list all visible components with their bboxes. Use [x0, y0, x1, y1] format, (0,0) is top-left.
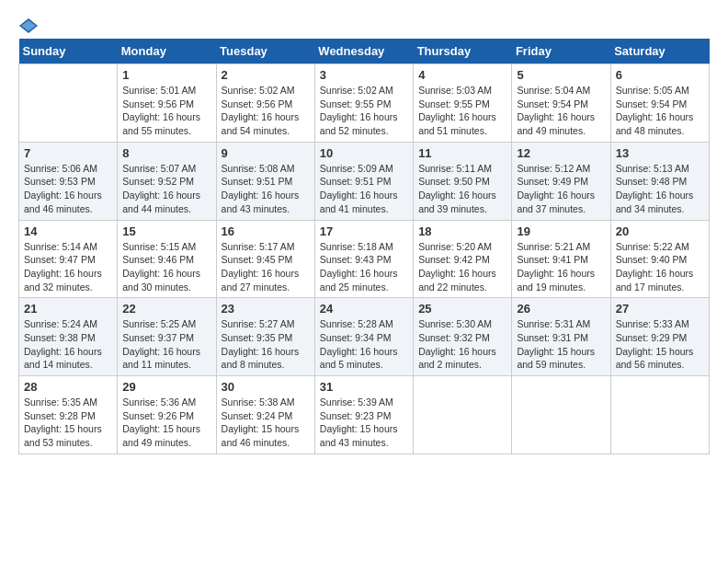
day-info: Sunrise: 5:25 AMSunset: 9:37 PMDaylight:… — [122, 317, 210, 372]
day-cell: 16Sunrise: 5:17 AMSunset: 9:45 PMDayligh… — [216, 220, 314, 298]
day-info: Sunrise: 5:24 AMSunset: 9:38 PMDaylight:… — [24, 317, 112, 372]
day-info: Sunrise: 5:21 AMSunset: 9:41 PMDaylight:… — [517, 240, 605, 294]
day-number: 31 — [320, 380, 408, 394]
calendar-table: SundayMondayTuesdayWednesdayThursdayFrid… — [18, 39, 710, 454]
day-cell: 23Sunrise: 5:27 AMSunset: 9:35 PMDayligh… — [216, 298, 314, 376]
day-number: 8 — [122, 146, 210, 160]
day-info: Sunrise: 5:15 AMSunset: 9:46 PMDaylight:… — [122, 240, 210, 294]
week-row-2: 7Sunrise: 5:06 AMSunset: 9:53 PMDaylight… — [19, 142, 710, 220]
day-number: 25 — [418, 302, 506, 316]
column-header-thursday: Thursday — [414, 39, 512, 64]
day-cell: 12Sunrise: 5:12 AMSunset: 9:49 PMDayligh… — [512, 142, 610, 220]
day-number: 9 — [222, 146, 310, 160]
day-number: 12 — [517, 146, 605, 160]
day-info: Sunrise: 5:11 AMSunset: 9:50 PMDaylight:… — [418, 162, 506, 216]
calendar-header-row: SundayMondayTuesdayWednesdayThursdayFrid… — [19, 39, 710, 64]
day-info: Sunrise: 5:31 AMSunset: 9:31 PMDaylight:… — [517, 317, 605, 372]
day-cell: 6Sunrise: 5:05 AMSunset: 9:54 PMDaylight… — [610, 64, 709, 143]
day-number: 15 — [122, 224, 210, 238]
day-cell: 8Sunrise: 5:07 AMSunset: 9:52 PMDaylight… — [118, 142, 216, 220]
day-cell: 24Sunrise: 5:28 AMSunset: 9:34 PMDayligh… — [314, 298, 413, 376]
day-cell: 14Sunrise: 5:14 AMSunset: 9:47 PMDayligh… — [19, 220, 118, 298]
day-number: 16 — [222, 224, 310, 238]
day-info: Sunrise: 5:20 AMSunset: 9:42 PMDaylight:… — [418, 240, 506, 294]
day-number: 29 — [122, 380, 210, 394]
day-number: 14 — [24, 224, 112, 238]
day-info: Sunrise: 5:07 AMSunset: 9:52 PMDaylight:… — [122, 162, 210, 216]
day-info: Sunrise: 5:30 AMSunset: 9:32 PMDaylight:… — [418, 317, 506, 372]
logo-icon — [19, 18, 38, 33]
day-number: 11 — [418, 146, 506, 160]
column-header-friday: Friday — [512, 39, 610, 64]
day-number: 20 — [616, 224, 704, 238]
day-number: 6 — [616, 68, 704, 82]
day-info: Sunrise: 5:04 AMSunset: 9:54 PMDaylight:… — [517, 84, 605, 138]
day-cell: 22Sunrise: 5:25 AMSunset: 9:37 PMDayligh… — [118, 298, 216, 376]
day-cell: 18Sunrise: 5:20 AMSunset: 9:42 PMDayligh… — [414, 220, 512, 298]
week-row-1: 1Sunrise: 5:01 AMSunset: 9:56 PMDaylight… — [19, 64, 710, 143]
day-info: Sunrise: 5:35 AMSunset: 9:28 PMDaylight:… — [24, 396, 112, 450]
day-number: 3 — [320, 68, 408, 82]
day-cell — [610, 376, 709, 454]
day-info: Sunrise: 5:02 AMSunset: 9:56 PMDaylight:… — [222, 84, 310, 138]
svg-marker-1 — [21, 20, 36, 31]
day-cell: 13Sunrise: 5:13 AMSunset: 9:48 PMDayligh… — [610, 142, 709, 220]
day-info: Sunrise: 5:03 AMSunset: 9:55 PMDaylight:… — [418, 84, 506, 138]
week-row-5: 28Sunrise: 5:35 AMSunset: 9:28 PMDayligh… — [19, 376, 710, 454]
day-info: Sunrise: 5:13 AMSunset: 9:48 PMDaylight:… — [616, 162, 704, 216]
week-row-4: 21Sunrise: 5:24 AMSunset: 9:38 PMDayligh… — [19, 298, 710, 376]
day-number: 7 — [24, 146, 112, 160]
day-number: 18 — [418, 224, 506, 238]
column-header-wednesday: Wednesday — [314, 39, 413, 64]
column-header-monday: Monday — [118, 39, 216, 64]
day-cell: 25Sunrise: 5:30 AMSunset: 9:32 PMDayligh… — [414, 298, 512, 376]
day-cell — [512, 376, 610, 454]
day-info: Sunrise: 5:22 AMSunset: 9:40 PMDaylight:… — [616, 240, 704, 294]
column-header-sunday: Sunday — [19, 39, 118, 64]
day-cell: 20Sunrise: 5:22 AMSunset: 9:40 PMDayligh… — [610, 220, 709, 298]
day-info: Sunrise: 5:02 AMSunset: 9:55 PMDaylight:… — [320, 84, 408, 138]
day-cell: 15Sunrise: 5:15 AMSunset: 9:46 PMDayligh… — [118, 220, 216, 298]
day-number: 10 — [320, 146, 408, 160]
day-info: Sunrise: 5:08 AMSunset: 9:51 PMDaylight:… — [222, 162, 310, 216]
day-info: Sunrise: 5:14 AMSunset: 9:47 PMDaylight:… — [24, 240, 112, 294]
day-info: Sunrise: 5:38 AMSunset: 9:24 PMDaylight:… — [222, 396, 310, 450]
day-cell — [19, 64, 118, 143]
day-cell — [414, 376, 512, 454]
day-cell: 30Sunrise: 5:38 AMSunset: 9:24 PMDayligh… — [216, 376, 314, 454]
day-info: Sunrise: 5:12 AMSunset: 9:49 PMDaylight:… — [517, 162, 605, 216]
day-info: Sunrise: 5:18 AMSunset: 9:43 PMDaylight:… — [320, 240, 408, 294]
day-cell: 9Sunrise: 5:08 AMSunset: 9:51 PMDaylight… — [216, 142, 314, 220]
day-info: Sunrise: 5:05 AMSunset: 9:54 PMDaylight:… — [616, 84, 704, 138]
day-cell: 28Sunrise: 5:35 AMSunset: 9:28 PMDayligh… — [19, 376, 118, 454]
day-info: Sunrise: 5:27 AMSunset: 9:35 PMDaylight:… — [222, 317, 310, 372]
page-header — [18, 18, 710, 29]
day-number: 4 — [418, 68, 506, 82]
day-cell: 2Sunrise: 5:02 AMSunset: 9:56 PMDaylight… — [216, 64, 314, 143]
column-header-tuesday: Tuesday — [216, 39, 314, 64]
day-cell: 17Sunrise: 5:18 AMSunset: 9:43 PMDayligh… — [314, 220, 413, 298]
day-cell: 27Sunrise: 5:33 AMSunset: 9:29 PMDayligh… — [610, 298, 709, 376]
day-number: 1 — [122, 68, 210, 82]
day-cell: 5Sunrise: 5:04 AMSunset: 9:54 PMDaylight… — [512, 64, 610, 143]
day-number: 23 — [222, 302, 310, 316]
day-info: Sunrise: 5:36 AMSunset: 9:26 PMDaylight:… — [122, 396, 210, 450]
day-number: 2 — [222, 68, 310, 82]
day-cell: 19Sunrise: 5:21 AMSunset: 9:41 PMDayligh… — [512, 220, 610, 298]
day-cell: 21Sunrise: 5:24 AMSunset: 9:38 PMDayligh… — [19, 298, 118, 376]
day-cell: 26Sunrise: 5:31 AMSunset: 9:31 PMDayligh… — [512, 298, 610, 376]
day-number: 22 — [122, 302, 210, 316]
column-header-saturday: Saturday — [610, 39, 709, 64]
day-info: Sunrise: 5:39 AMSunset: 9:23 PMDaylight:… — [320, 396, 408, 450]
day-info: Sunrise: 5:17 AMSunset: 9:45 PMDaylight:… — [222, 240, 310, 294]
day-number: 30 — [222, 380, 310, 394]
day-number: 28 — [24, 380, 112, 394]
day-info: Sunrise: 5:33 AMSunset: 9:29 PMDaylight:… — [616, 317, 704, 372]
day-info: Sunrise: 5:09 AMSunset: 9:51 PMDaylight:… — [320, 162, 408, 216]
day-cell: 4Sunrise: 5:03 AMSunset: 9:55 PMDaylight… — [414, 64, 512, 143]
day-number: 21 — [24, 302, 112, 316]
day-info: Sunrise: 5:28 AMSunset: 9:34 PMDaylight:… — [320, 317, 408, 372]
day-cell: 1Sunrise: 5:01 AMSunset: 9:56 PMDaylight… — [118, 64, 216, 143]
day-cell: 3Sunrise: 5:02 AMSunset: 9:55 PMDaylight… — [314, 64, 413, 143]
day-cell: 7Sunrise: 5:06 AMSunset: 9:53 PMDaylight… — [19, 142, 118, 220]
